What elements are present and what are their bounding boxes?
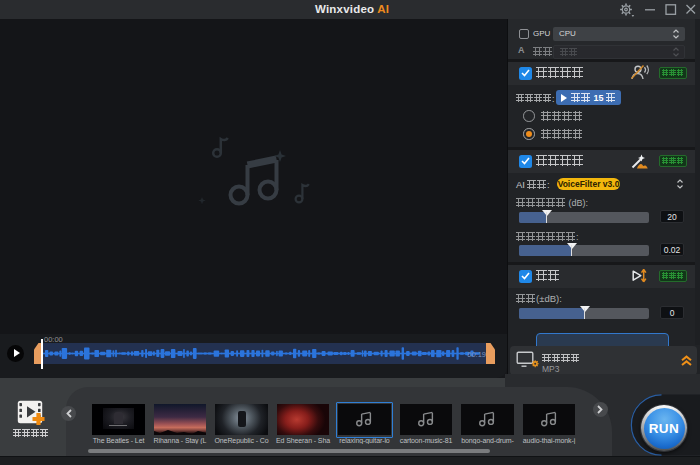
svg-text:00:19: 00:19: [467, 350, 486, 359]
